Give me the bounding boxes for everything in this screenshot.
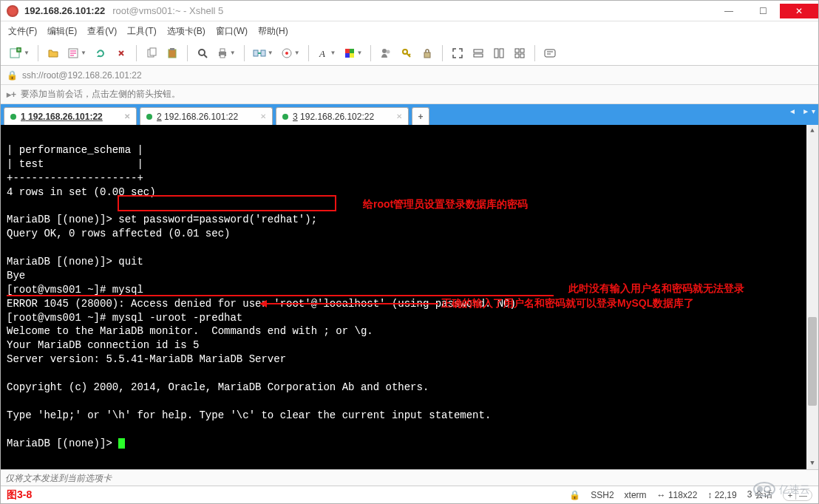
new-session-button[interactable]: +▼	[7, 44, 32, 62]
svg-rect-27	[495, 49, 498, 58]
send-input[interactable]	[5, 473, 814, 483]
window-controls: — ☐ ✕	[712, 4, 818, 18]
hint-text: 要添加当前会话，点击左侧的箭头按钮。	[21, 88, 180, 101]
close-button[interactable]: ✕	[780, 4, 818, 18]
svg-rect-30	[520, 49, 524, 52]
svg-rect-31	[515, 54, 519, 58]
menu-view[interactable]: 查看(V)	[87, 25, 117, 38]
print-button[interactable]: ▼	[214, 44, 238, 62]
script-button[interactable]: ▼	[279, 44, 302, 62]
annotation-1: 给root管理员设置登录数据库的密码	[363, 197, 528, 211]
resize-v-icon: ↕	[707, 490, 712, 500]
tab-3[interactable]: 3 192.168.26.102:22 ✕	[276, 107, 409, 125]
svg-rect-32	[520, 54, 524, 58]
terminal-scrollbar[interactable]: ▲ ▼	[806, 125, 818, 469]
titlebar: 192.168.26.101:22 root@vms001:~ - Xshell…	[1, 1, 818, 21]
status-bar: 图3-8 🔒 SSH2 xterm ↔ 118x22 ↕ 22,19 3 会话 …	[1, 486, 818, 503]
svg-point-35	[757, 486, 763, 492]
font-button[interactable]: A▼	[315, 44, 339, 62]
svg-rect-5	[150, 48, 156, 55]
svg-rect-18	[350, 49, 354, 53]
status-size: 118x22	[668, 490, 697, 500]
svg-rect-11	[220, 55, 225, 58]
annotation-arrowhead-3	[259, 300, 267, 307]
status-lock-icon: 🔒	[569, 490, 580, 500]
key-button[interactable]	[398, 44, 415, 62]
menu-tabs[interactable]: 选项卡(B)	[167, 25, 205, 38]
status-dot-icon	[146, 114, 152, 120]
disconnect-button[interactable]	[112, 44, 130, 62]
toolbar: +▼ ▼ ▼ ▼ ▼ A▼ ▼	[1, 41, 818, 66]
status-dot-icon	[282, 114, 288, 120]
status-ssh: SSH2	[591, 490, 614, 500]
svg-point-15	[285, 52, 288, 55]
address-bar[interactable]: 🔒 ssh://root@192.168.26.101:22	[1, 66, 818, 85]
svg-rect-6	[169, 50, 176, 58]
fullscreen-button[interactable]	[449, 44, 466, 62]
svg-rect-33	[545, 50, 555, 57]
svg-point-8	[199, 50, 205, 55]
scroll-down-icon[interactable]: ▼	[806, 457, 818, 469]
add-session-icon[interactable]: ▸+	[7, 89, 16, 100]
svg-point-22	[387, 50, 390, 53]
svg-rect-19	[345, 53, 350, 58]
svg-rect-24	[424, 52, 430, 58]
open-button[interactable]	[44, 44, 62, 62]
tile-horizontal-button[interactable]	[469, 44, 487, 62]
tab-strip: 1 192.168.26.101:22 ✕ 2 192.168.26.101:2…	[1, 104, 818, 125]
reconnect-button[interactable]	[92, 44, 109, 62]
scroll-thumb[interactable]	[808, 317, 817, 406]
menu-window[interactable]: 窗口(W)	[216, 25, 248, 38]
menu-edit[interactable]: 编辑(E)	[47, 25, 77, 38]
svg-text:亿速云: 亿速云	[778, 484, 810, 495]
svg-rect-20	[350, 53, 354, 58]
maximize-button[interactable]: ☐	[746, 4, 780, 18]
svg-text:A: A	[319, 48, 325, 59]
watermark: 亿速云	[750, 477, 816, 501]
tab-close-icon[interactable]: ✕	[254, 112, 266, 120]
menubar: 文件(F) 编辑(E) 查看(V) 工具(T) 选项卡(B) 窗口(W) 帮助(…	[1, 21, 818, 41]
menu-help[interactable]: 帮助(H)	[258, 25, 288, 38]
tab-close-icon[interactable]: ✕	[390, 112, 402, 120]
tile-grid-button[interactable]	[511, 44, 529, 62]
svg-point-21	[382, 49, 387, 53]
tile-vertical-button[interactable]	[490, 44, 508, 62]
terminal[interactable]: | performance_schema | | test | +-------…	[1, 125, 818, 469]
lock-button[interactable]	[418, 44, 436, 62]
svg-rect-26	[474, 54, 483, 57]
svg-rect-28	[500, 49, 503, 58]
svg-point-36	[764, 486, 770, 492]
tab-close-icon[interactable]: ✕	[118, 112, 130, 120]
tab-nav-arrows[interactable]: ◄ ► ▾	[789, 107, 815, 115]
annotation-3: 正确的输入了用户名和密码就可以登录MySQL数据库了	[441, 296, 694, 310]
menu-tools[interactable]: 工具(T)	[127, 25, 156, 38]
svg-rect-13	[261, 50, 265, 56]
users-button[interactable]	[377, 44, 395, 62]
help-button[interactable]	[541, 44, 559, 62]
status-dot-icon	[10, 114, 16, 120]
status-cursor: 22,19	[715, 490, 737, 500]
minimize-button[interactable]: —	[712, 4, 746, 18]
address-text: ssh://root@192.168.26.101:22	[22, 70, 142, 81]
tab-1[interactable]: 1 192.168.26.101:22 ✕	[4, 107, 137, 125]
tab-2[interactable]: 2 192.168.26.101:22 ✕	[140, 107, 273, 125]
copy-button[interactable]	[143, 44, 160, 62]
cursor	[118, 438, 125, 449]
resize-h-icon: ↔	[657, 490, 666, 500]
svg-rect-12	[254, 50, 258, 56]
scroll-up-icon[interactable]: ▲	[806, 125, 818, 137]
tab-add-button[interactable]: +	[412, 107, 429, 125]
app-icon	[7, 5, 18, 17]
color-button[interactable]: ▼	[341, 44, 365, 62]
properties-button[interactable]: ▼	[65, 44, 89, 62]
menu-file[interactable]: 文件(F)	[8, 25, 37, 38]
svg-rect-7	[170, 48, 174, 50]
hint-bar: ▸+ 要添加当前会话，点击左侧的箭头按钮。	[1, 85, 818, 104]
find-button[interactable]	[194, 44, 211, 62]
title-suffix: root@vms001:~ - Xshell 5	[112, 5, 223, 16]
lock-icon: 🔒	[7, 70, 18, 81]
paste-button[interactable]	[163, 44, 181, 62]
svg-rect-17	[345, 49, 350, 53]
xftp-button[interactable]: ▼	[251, 44, 276, 62]
svg-rect-25	[474, 50, 483, 52]
